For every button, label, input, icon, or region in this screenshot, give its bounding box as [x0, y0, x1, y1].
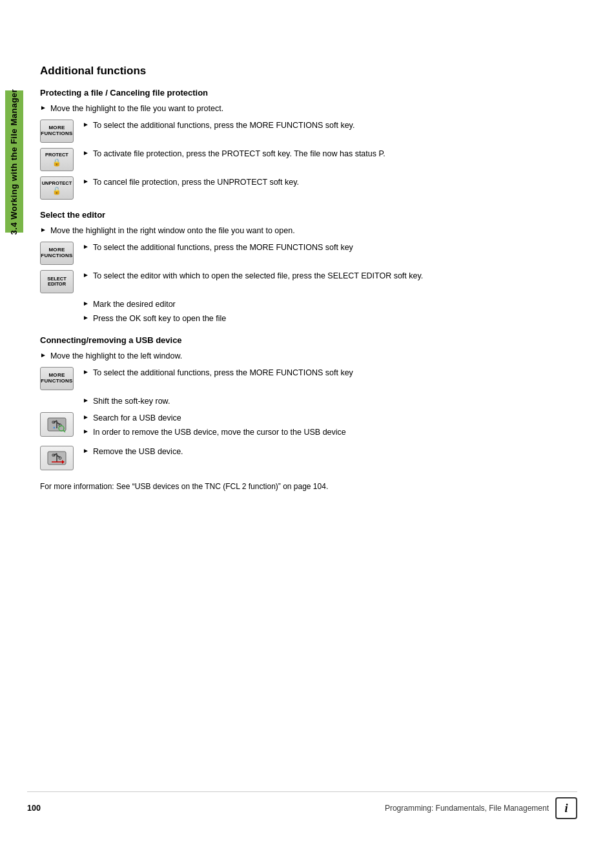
item-text: To cancel file protection, press the UNP… [93, 176, 299, 188]
item-text: Search for a USB device [93, 412, 181, 424]
key-instructions: ► To select the additional functions, pr… [83, 367, 353, 381]
item-text: To select the additional functions, pres… [93, 120, 354, 131]
arrow-bullet-icon: ► [83, 413, 89, 421]
arrow-bullet-icon: ► [83, 397, 89, 404]
arrow-bullet-icon: ► [83, 447, 89, 454]
usb-remove-svg [45, 449, 68, 467]
item-text: To select the additional functions, pres… [93, 367, 353, 379]
subsection-protecting-title: Protecting a file / Canceling file prote… [40, 88, 577, 98]
unprotect-key: UNPROTECT 🔓 [40, 176, 74, 200]
item-text: In order to remove the USB device, move … [93, 426, 346, 438]
list-item: ► Move the highlight to the file you wan… [40, 103, 577, 114]
list-item: ► To select the editor with which to ope… [83, 270, 423, 282]
key-label: FUNCTIONS [41, 253, 72, 259]
key-instructions: ► To activate file protection, press the… [83, 148, 385, 162]
protect-key-label: PROTECT [45, 152, 68, 158]
list-item: ► To activate file protection, press the… [83, 148, 385, 160]
protect-key: PROTECT 🔒 [40, 148, 74, 171]
list-item: ► Mark the desired editor [83, 298, 577, 310]
item-text: To select the editor with which to open … [93, 270, 423, 282]
subsection-usb: Connecting/removing a USB device ► Move … [40, 335, 577, 471]
item-text: Press the OK soft key to open the file [93, 313, 226, 324]
unprotect-key-label: UNPROTECT [42, 181, 72, 186]
arrow-bullet-icon: ► [83, 300, 89, 307]
list-item: ► Move the highlight in the right window… [40, 225, 577, 236]
item-text: Move the highlight to the file you want … [50, 103, 223, 114]
sidebar-bar: 3.4 Working with the File Manager [5, 90, 23, 233]
arrow-bullet-icon: ► [83, 149, 89, 156]
sidebar-label: 3.4 Working with the File Manager [10, 89, 19, 235]
list-item: ► Press the OK soft key to open the file [83, 313, 577, 324]
page-number: 100 [27, 804, 41, 813]
more-functions-key-3: MORE FUNCTIONS [40, 367, 74, 390]
list-item: ► Shift the soft-key row. [83, 395, 577, 407]
key-instructions: ► Remove the USB device. [83, 446, 183, 460]
item-text: Mark the desired editor [93, 298, 176, 310]
info-icon-label: i [564, 802, 568, 815]
list-item: UNPROTECT 🔓 ► To cancel file protection,… [40, 176, 577, 200]
list-item: MORE FUNCTIONS ► To select the additiona… [40, 120, 577, 143]
arrow-bullet-icon: ► [40, 104, 46, 111]
arrow-bullet-icon: ► [83, 243, 89, 250]
arrow-bullet-icon: ► [83, 178, 89, 185]
list-item: ► To select the additional functions, pr… [83, 242, 353, 253]
subsection-usb-title: Connecting/removing a USB device [40, 335, 577, 345]
arrow-bullet-icon: ► [40, 351, 46, 359]
arrow-bullet-icon: ► [83, 314, 89, 321]
info-icon-box: i [555, 797, 577, 819]
item-text: To activate file protection, press the P… [93, 148, 385, 160]
list-item: MORE FUNCTIONS ► To select the additiona… [40, 367, 577, 390]
list-item: ► To cancel file protection, press the U… [83, 176, 299, 188]
item-text: Shift the soft-key row. [93, 395, 170, 407]
lock-icon: 🔒 [52, 158, 61, 167]
list-item: ► To select the additional functions, pr… [83, 120, 354, 131]
indent-block: ► Shift the soft-key row. [40, 395, 577, 407]
item-text: To select the additional functions, pres… [93, 242, 353, 253]
list-item: ► Move the highlight to the left window. [40, 350, 577, 362]
subsection-protecting: Protecting a file / Canceling file prote… [40, 88, 577, 200]
main-content: Additional functions Protecting a file /… [27, 0, 616, 845]
key-instructions: ► To cancel file protection, press the U… [83, 176, 299, 191]
key-instructions: ► To select the additional functions, pr… [83, 242, 353, 256]
subsection-select-editor-title: Select the editor [40, 210, 577, 220]
unlock-icon: 🔓 [52, 187, 61, 195]
key-instructions: ► To select the editor with which to ope… [83, 270, 423, 284]
arrow-bullet-icon: ► [83, 121, 89, 128]
key-label: FUNCTIONS [41, 379, 72, 384]
list-item: ► Remove the USB device. [40, 446, 577, 470]
list-item: SELECT EDITOR ► To select the editor wit… [40, 270, 577, 293]
list-item: ► In order to remove the USB device, mov… [83, 426, 346, 438]
arrow-bullet-icon: ► [83, 368, 89, 375]
item-text: Move the highlight to the left window. [50, 350, 182, 362]
item-text: Remove the USB device. [93, 446, 183, 457]
list-item: ► Search for a USB device [83, 412, 346, 424]
more-functions-key-1: MORE FUNCTIONS [40, 120, 74, 143]
usb-remove-icon-button [40, 446, 74, 470]
subsection-select-editor: Select the editor ► Move the highlight i… [40, 210, 577, 324]
arrow-bullet-icon: ► [83, 428, 89, 435]
indent-block: ► Mark the desired editor ► Press the OK… [40, 298, 577, 324]
usb-search-svg [45, 415, 68, 433]
footer-description: Programming: Fundamentals, File Manageme… [385, 804, 549, 813]
item-text: Move the highlight in the right window o… [50, 225, 295, 236]
list-item: ► To select the additional functions, pr… [83, 367, 353, 379]
sidebar: 3.4 Working with the File Manager [0, 0, 27, 845]
svg-point-6 [54, 426, 56, 428]
arrow-bullet-icon: ► [83, 271, 89, 278]
list-item: ► Remove the USB device. [83, 446, 183, 457]
page-container: 3.4 Working with the File Manager Additi… [0, 0, 616, 845]
usb-search-icon-button [40, 412, 74, 437]
page-footer: 100 Programming: Fundamentals, File Mana… [27, 791, 577, 819]
key-instructions: ► Search for a USB device ► In order to … [83, 412, 346, 441]
list-item: MORE FUNCTIONS ► To select the additiona… [40, 242, 577, 265]
key-instructions: ► To select the additional functions, pr… [83, 120, 354, 134]
select-key-label2: EDITOR [48, 282, 66, 287]
list-item: PROTECT 🔒 ► To activate file protection,… [40, 148, 577, 171]
list-item: ► Search for a USB device ► In order to … [40, 412, 577, 441]
info-note: For more information: See “USB devices o… [40, 481, 577, 492]
select-editor-key: SELECT EDITOR [40, 270, 74, 293]
key-label: FUNCTIONS [41, 131, 72, 137]
section-title: Additional functions [40, 65, 577, 78]
more-functions-key-2: MORE FUNCTIONS [40, 242, 74, 265]
arrow-bullet-icon: ► [40, 226, 46, 233]
